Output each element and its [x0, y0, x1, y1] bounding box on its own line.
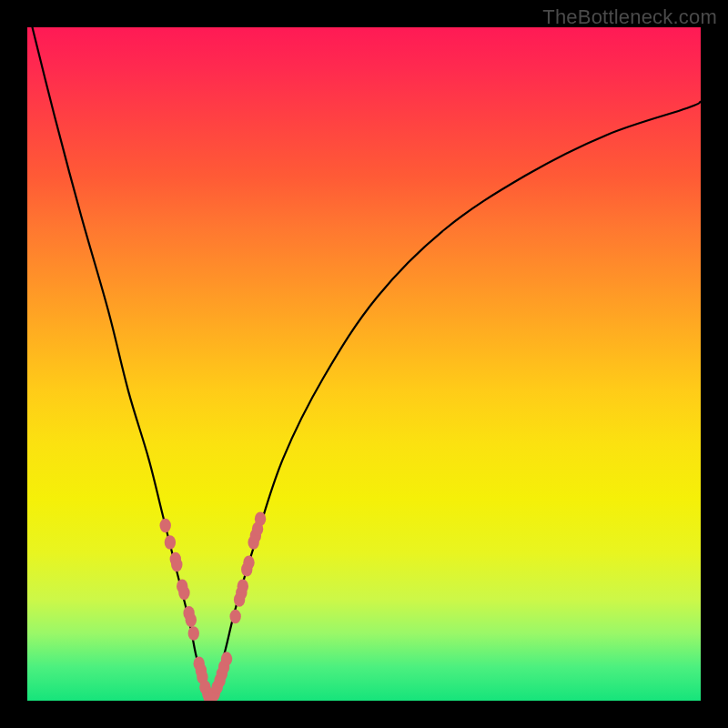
data-marker: [178, 586, 189, 601]
right-branch-curve: [209, 101, 701, 701]
data-marker: [238, 579, 248, 593]
data-marker: [165, 535, 176, 550]
chart-frame: TheBottleneck.com: [0, 0, 728, 728]
data-marker: [243, 556, 254, 571]
chart-svg: [27, 27, 701, 701]
watermark-label: TheBottleneck.com: [542, 5, 717, 29]
data-marker: [160, 519, 171, 533]
data-marker: [188, 626, 199, 641]
data-marker: [229, 610, 240, 624]
data-marker: [171, 558, 182, 572]
left-branch-curve: [27, 27, 209, 701]
data-marker: [186, 612, 197, 627]
marker-group: [160, 511, 267, 701]
data-marker: [255, 511, 266, 526]
plot-area: [27, 27, 701, 701]
data-marker: [221, 652, 232, 666]
